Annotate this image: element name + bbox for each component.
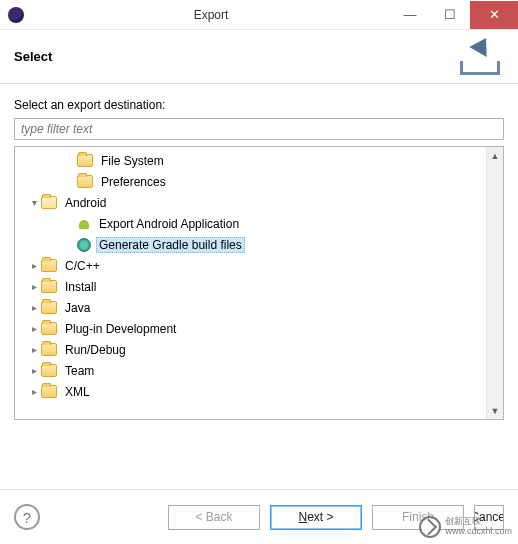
expand-icon[interactable]: ▸ <box>27 281 41 292</box>
folder-icon <box>41 343 57 356</box>
maximize-button[interactable]: ☐ <box>430 1 470 29</box>
expand-icon[interactable]: ▸ <box>27 365 41 376</box>
tree-item-label: Java <box>62 300 93 316</box>
tree-item-label: XML <box>62 384 93 400</box>
tree-item-label: Run/Debug <box>62 342 129 358</box>
tree-item[interactable]: File System <box>15 150 503 171</box>
folder-icon <box>41 280 57 293</box>
folder-icon <box>41 322 57 335</box>
tree-item[interactable]: Preferences <box>15 171 503 192</box>
back-button[interactable]: < Back <box>168 505 260 530</box>
close-button[interactable]: ✕ <box>470 1 518 29</box>
scroll-thumb[interactable] <box>487 164 503 402</box>
tree-item-label: Generate Gradle build files <box>96 237 245 253</box>
scrollbar[interactable]: ▲ ▼ <box>486 147 503 419</box>
tree-item[interactable]: ▸Install <box>15 276 503 297</box>
expand-icon[interactable]: ▸ <box>27 386 41 397</box>
folder-icon <box>41 364 57 377</box>
tree-item-label: Install <box>62 279 99 295</box>
folder-icon <box>77 175 93 188</box>
window-controls: — ☐ ✕ <box>390 1 518 29</box>
minimize-button[interactable]: — <box>390 1 430 29</box>
watermark-text: 创新互联 www.cdcxhl.com <box>445 517 512 537</box>
tree-item[interactable]: ▸C/C++ <box>15 255 503 276</box>
tree-item[interactable]: ▸Run/Debug <box>15 339 503 360</box>
folder-icon <box>41 385 57 398</box>
titlebar: Export — ☐ ✕ <box>0 0 518 30</box>
gradle-icon <box>77 238 91 252</box>
tree-item-label: Export Android Application <box>96 216 242 232</box>
wizard-header: Select <box>0 30 518 84</box>
expand-icon[interactable]: ▸ <box>27 323 41 334</box>
tree-item[interactable]: ▸Team <box>15 360 503 381</box>
export-tree[interactable]: File SystemPreferences▾AndroidExport And… <box>15 147 503 419</box>
folder-icon <box>77 154 93 167</box>
android-icon <box>77 217 91 231</box>
tree-item[interactable]: ▸Plug-in Development <box>15 318 503 339</box>
tree-item[interactable]: Generate Gradle build files <box>15 234 503 255</box>
tree-item-label: Preferences <box>98 174 169 190</box>
filter-input[interactable] <box>14 118 504 140</box>
tree-container: File SystemPreferences▾AndroidExport And… <box>14 146 504 420</box>
window-title: Export <box>32 8 390 22</box>
wizard-content: Select an export destination: File Syste… <box>0 84 518 434</box>
tree-item-label: File System <box>98 153 167 169</box>
divider <box>0 489 518 490</box>
folder-open-icon <box>41 196 57 209</box>
folder-icon <box>41 301 57 314</box>
tree-item-label: C/C++ <box>62 258 103 274</box>
page-title: Select <box>14 49 456 64</box>
tree-item[interactable]: ▸XML <box>15 381 503 402</box>
tree-item-label: Team <box>62 363 97 379</box>
expand-icon[interactable]: ▸ <box>27 260 41 271</box>
collapse-icon[interactable]: ▾ <box>27 197 41 208</box>
expand-icon[interactable]: ▸ <box>27 302 41 313</box>
export-icon <box>456 37 504 77</box>
next-button[interactable]: Next > <box>270 505 362 530</box>
tree-item[interactable]: ▾Android <box>15 192 503 213</box>
eclipse-icon <box>8 7 24 23</box>
help-button[interactable]: ? <box>14 504 40 530</box>
watermark: 创新互联 www.cdcxhl.com <box>419 516 512 538</box>
tree-item[interactable]: Export Android Application <box>15 213 503 234</box>
tree-item[interactable]: ▸Java <box>15 297 503 318</box>
watermark-logo-icon <box>419 516 441 538</box>
scroll-down-icon[interactable]: ▼ <box>487 402 503 419</box>
destination-label: Select an export destination: <box>14 98 504 112</box>
tree-item-label: Plug-in Development <box>62 321 179 337</box>
tree-item-label: Android <box>62 195 109 211</box>
folder-icon <box>41 259 57 272</box>
expand-icon[interactable]: ▸ <box>27 344 41 355</box>
scroll-up-icon[interactable]: ▲ <box>487 147 503 164</box>
